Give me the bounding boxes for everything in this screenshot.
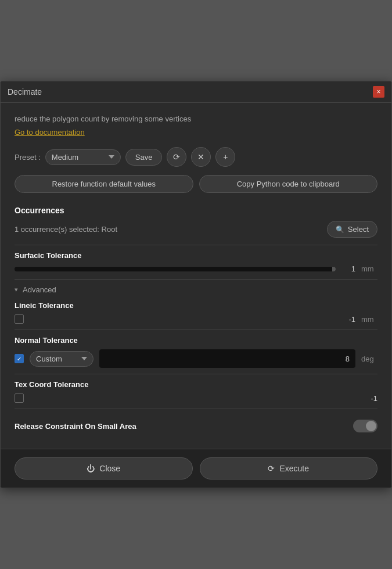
advanced-toggle[interactable]: ▾ Advanced	[15, 285, 377, 294]
divider-2	[15, 279, 377, 280]
surfacic-tolerance-row: 1 mm	[15, 264, 377, 273]
description-text: reduce the polygon count by removing som…	[15, 114, 377, 123]
normal-tolerance-dropdown[interactable]: Custom Auto	[30, 351, 93, 367]
execute-refresh-icon: ⟳	[268, 464, 275, 473]
refresh-button[interactable]: ⟳	[167, 147, 186, 167]
copy-python-button[interactable]: Copy Python code to clipboard	[199, 175, 378, 193]
tex-coord-tolerance-row: -1	[15, 393, 377, 403]
lineic-tolerance-label: Lineic Tolerance	[15, 301, 377, 310]
occurrences-title: Occurrences	[15, 206, 377, 215]
lineic-tolerance-checkbox[interactable]	[15, 314, 24, 324]
title-bar: Decimate ×	[1, 81, 391, 103]
release-constraint-label: Release Constraint On Small Area	[15, 422, 136, 431]
surfacic-tolerance-slider[interactable]	[15, 267, 336, 271]
action-row: Restore function default values Copy Pyt…	[15, 175, 377, 193]
decimate-window: Decimate × reduce the polygon count by r…	[0, 81, 392, 488]
preset-label: Preset :	[15, 153, 41, 162]
normal-tolerance-label: Normal Tolerance	[15, 336, 377, 345]
execute-label: Execute	[279, 464, 309, 473]
close-icon: ✕	[197, 152, 204, 162]
divider-3	[15, 330, 377, 330]
divider-5	[15, 409, 377, 409]
occurrences-text: 1 occurrence(s) selected: Root	[15, 225, 117, 234]
close-button[interactable]: ⏻ Close	[15, 457, 193, 479]
lineic-tolerance-row: -1 mm	[15, 314, 377, 324]
normal-tolerance-checkbox[interactable]	[15, 354, 24, 363]
chevron-down-icon: ▾	[15, 286, 18, 294]
advanced-label: Advanced	[23, 285, 56, 294]
divider-4	[15, 374, 377, 374]
release-constraint-toggle[interactable]	[353, 420, 377, 432]
tex-coord-tolerance-value: -1	[364, 394, 377, 403]
power-icon: ⏻	[87, 464, 95, 473]
lineic-tolerance-value: -1	[341, 315, 355, 324]
window-close-button[interactable]: ×	[373, 86, 384, 98]
normal-tolerance-value: 8	[346, 355, 350, 363]
doc-link[interactable]: Go to documentation	[15, 128, 85, 137]
add-button[interactable]: +	[215, 147, 235, 167]
refresh-icon: ⟳	[173, 152, 180, 162]
execute-button[interactable]: ⟳ Execute	[200, 457, 378, 479]
window-title: Decimate	[8, 87, 42, 96]
surfacic-tolerance-value: 1	[341, 264, 355, 273]
normal-tolerance-row: Custom Auto 8 deg	[15, 349, 377, 368]
slider-fill	[332, 267, 336, 271]
preset-select[interactable]: Low Medium High Custom	[45, 149, 121, 165]
release-constraint-row: Release Constraint On Small Area	[15, 415, 377, 437]
normal-tolerance-value-box: 8	[99, 349, 355, 368]
surfacic-tolerance-unit: mm	[361, 264, 377, 273]
save-button[interactable]: Save	[125, 149, 163, 166]
close-label: Close	[99, 464, 120, 473]
occurrences-row: 1 occurrence(s) selected: Root 🔍 Select	[15, 221, 377, 238]
footer: ⏻ Close ⟳ Execute	[1, 449, 391, 488]
select-button[interactable]: 🔍 Select	[327, 221, 377, 238]
main-content: reduce the polygon count by removing som…	[1, 103, 391, 449]
add-icon: +	[223, 152, 228, 162]
toggle-knob	[366, 421, 376, 431]
divider-1	[15, 245, 377, 245]
tex-coord-tolerance-label: Tex Coord Tolerance	[15, 380, 377, 389]
surfacic-tolerance-label: Surfacic Tolerance	[15, 251, 377, 260]
normal-tolerance-unit: deg	[361, 355, 377, 363]
cancel-button[interactable]: ✕	[191, 147, 211, 167]
restore-defaults-button[interactable]: Restore function default values	[15, 175, 193, 193]
preset-row: Preset : Low Medium High Custom Save ⟳ ✕…	[15, 147, 377, 167]
search-icon: 🔍	[336, 226, 344, 234]
select-label: Select	[348, 225, 369, 234]
tex-coord-tolerance-checkbox[interactable]	[15, 393, 24, 403]
lineic-tolerance-unit: mm	[361, 315, 377, 324]
